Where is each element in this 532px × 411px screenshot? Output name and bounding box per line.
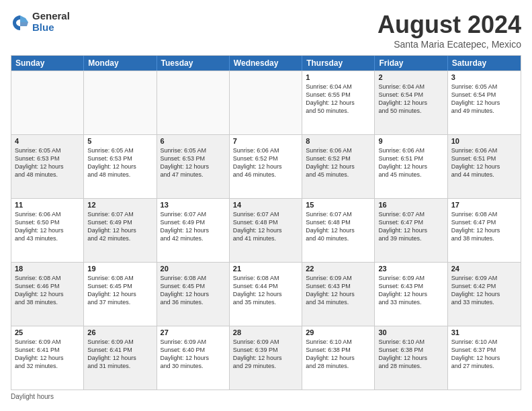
day-number: 31 <box>451 328 517 336</box>
day-info: Sunrise: 6:09 AM Sunset: 6:40 PM Dayligh… <box>161 338 226 371</box>
day-info: Sunrise: 6:10 AM Sunset: 6:37 PM Dayligh… <box>451 338 517 371</box>
day-info: Sunrise: 6:08 AM Sunset: 6:44 PM Dayligh… <box>233 274 298 307</box>
day-number: 7 <box>233 137 298 145</box>
day-info: Sunrise: 6:08 AM Sunset: 6:45 PM Dayligh… <box>87 274 152 307</box>
day-number: 15 <box>306 201 371 209</box>
cal-cell-22: 22Sunrise: 6:09 AM Sunset: 6:43 PM Dayli… <box>302 263 375 326</box>
cal-cell-15: 15Sunrise: 6:07 AM Sunset: 6:48 PM Dayli… <box>302 199 375 262</box>
cal-cell-27: 27Sunrise: 6:09 AM Sunset: 6:40 PM Dayli… <box>157 326 230 390</box>
day-number: 6 <box>161 137 226 145</box>
cal-cell-1: 1Sunrise: 6:04 AM Sunset: 6:55 PM Daylig… <box>302 71 375 134</box>
cal-cell-16: 16Sunrise: 6:07 AM Sunset: 6:47 PM Dayli… <box>375 199 447 262</box>
cal-cell-14: 14Sunrise: 6:07 AM Sunset: 6:48 PM Dayli… <box>230 199 302 262</box>
cal-cell-25: 25Sunrise: 6:09 AM Sunset: 6:41 PM Dayli… <box>11 326 84 390</box>
cal-cell-28: 28Sunrise: 6:09 AM Sunset: 6:39 PM Dayli… <box>230 326 302 390</box>
cal-cell-11: 11Sunrise: 6:06 AM Sunset: 6:50 PM Dayli… <box>11 199 84 262</box>
cal-cell-19: 19Sunrise: 6:08 AM Sunset: 6:45 PM Dayli… <box>84 263 157 326</box>
cal-cell-18: 18Sunrise: 6:08 AM Sunset: 6:46 PM Dayli… <box>11 263 84 326</box>
cal-row-1: 1Sunrise: 6:04 AM Sunset: 6:55 PM Daylig… <box>11 71 521 134</box>
day-info: Sunrise: 6:08 AM Sunset: 6:46 PM Dayligh… <box>15 274 80 307</box>
day-info: Sunrise: 6:09 AM Sunset: 6:41 PM Dayligh… <box>87 338 152 371</box>
day-number: 28 <box>233 328 298 336</box>
logo: General Blue <box>11 11 70 33</box>
day-info: Sunrise: 6:06 AM Sunset: 6:52 PM Dayligh… <box>306 146 371 179</box>
day-number: 1 <box>306 73 371 81</box>
day-number: 29 <box>306 328 371 336</box>
day-info: Sunrise: 6:07 AM Sunset: 6:48 PM Dayligh… <box>306 210 371 243</box>
day-info: Sunrise: 6:06 AM Sunset: 6:50 PM Dayligh… <box>15 210 80 243</box>
header-tuesday: Tuesday <box>157 56 230 71</box>
day-info: Sunrise: 6:07 AM Sunset: 6:48 PM Dayligh… <box>233 210 298 243</box>
cal-cell-empty-2 <box>157 71 230 134</box>
cal-cell-13: 13Sunrise: 6:07 AM Sunset: 6:49 PM Dayli… <box>157 199 230 262</box>
cal-cell-empty-0 <box>11 71 84 134</box>
footer-note: Daylight hours <box>11 393 521 400</box>
day-number: 2 <box>378 73 443 81</box>
cal-cell-7: 7Sunrise: 6:06 AM Sunset: 6:52 PM Daylig… <box>230 135 302 198</box>
day-info: Sunrise: 6:04 AM Sunset: 6:54 PM Dayligh… <box>378 83 443 116</box>
day-number: 19 <box>87 265 152 273</box>
day-number: 3 <box>451 73 517 81</box>
header-sunday: Sunday <box>11 56 84 71</box>
cal-row-5: 25Sunrise: 6:09 AM Sunset: 6:41 PM Dayli… <box>11 326 521 390</box>
cal-cell-empty-1 <box>84 71 157 134</box>
page: General Blue August 2024 Santa Maria Eca… <box>0 0 532 411</box>
day-info: Sunrise: 6:10 AM Sunset: 6:38 PM Dayligh… <box>378 338 443 371</box>
cal-cell-4: 4Sunrise: 6:05 AM Sunset: 6:53 PM Daylig… <box>11 135 84 198</box>
day-info: Sunrise: 6:10 AM Sunset: 6:38 PM Dayligh… <box>306 338 371 371</box>
cal-cell-29: 29Sunrise: 6:10 AM Sunset: 6:38 PM Dayli… <box>302 326 375 390</box>
day-number: 14 <box>233 201 298 209</box>
day-number: 20 <box>161 265 226 273</box>
logo-blue-text: Blue <box>32 22 70 34</box>
day-info: Sunrise: 6:09 AM Sunset: 6:42 PM Dayligh… <box>451 274 517 307</box>
day-info: Sunrise: 6:09 AM Sunset: 6:43 PM Dayligh… <box>306 274 371 307</box>
cal-cell-17: 17Sunrise: 6:08 AM Sunset: 6:47 PM Dayli… <box>448 199 521 262</box>
day-number: 26 <box>87 328 152 336</box>
cal-cell-6: 6Sunrise: 6:05 AM Sunset: 6:53 PM Daylig… <box>157 135 230 198</box>
day-number: 8 <box>306 137 371 145</box>
cal-cell-empty-3 <box>230 71 302 134</box>
day-info: Sunrise: 6:07 AM Sunset: 6:47 PM Dayligh… <box>378 210 443 243</box>
day-number: 16 <box>378 201 443 209</box>
day-number: 4 <box>15 137 80 145</box>
cal-cell-24: 24Sunrise: 6:09 AM Sunset: 6:42 PM Dayli… <box>448 263 521 326</box>
header-saturday: Saturday <box>448 56 521 71</box>
cal-cell-3: 3Sunrise: 6:05 AM Sunset: 6:54 PM Daylig… <box>448 71 521 134</box>
day-number: 12 <box>87 201 152 209</box>
cal-cell-21: 21Sunrise: 6:08 AM Sunset: 6:44 PM Dayli… <box>230 263 302 326</box>
day-number: 21 <box>233 265 298 273</box>
header-thursday: Thursday <box>302 56 375 71</box>
day-info: Sunrise: 6:09 AM Sunset: 6:39 PM Dayligh… <box>233 338 298 371</box>
cal-cell-5: 5Sunrise: 6:05 AM Sunset: 6:53 PM Daylig… <box>84 135 157 198</box>
day-info: Sunrise: 6:05 AM Sunset: 6:54 PM Dayligh… <box>451 83 517 116</box>
title-month: August 2024 <box>378 11 521 39</box>
cal-cell-30: 30Sunrise: 6:10 AM Sunset: 6:38 PM Dayli… <box>375 326 447 390</box>
title-block: August 2024 Santa Maria Ecatepec, Mexico <box>378 11 521 50</box>
calendar-body: 1Sunrise: 6:04 AM Sunset: 6:55 PM Daylig… <box>11 71 521 390</box>
day-number: 11 <box>15 201 80 209</box>
day-info: Sunrise: 6:08 AM Sunset: 6:47 PM Dayligh… <box>451 210 517 243</box>
day-number: 24 <box>451 265 517 273</box>
cal-cell-9: 9Sunrise: 6:06 AM Sunset: 6:51 PM Daylig… <box>375 135 447 198</box>
cal-cell-8: 8Sunrise: 6:06 AM Sunset: 6:52 PM Daylig… <box>302 135 375 198</box>
day-info: Sunrise: 6:09 AM Sunset: 6:43 PM Dayligh… <box>378 274 443 307</box>
header-wednesday: Wednesday <box>230 56 302 71</box>
day-info: Sunrise: 6:06 AM Sunset: 6:52 PM Dayligh… <box>233 146 298 179</box>
day-info: Sunrise: 6:09 AM Sunset: 6:41 PM Dayligh… <box>15 338 80 371</box>
cal-cell-20: 20Sunrise: 6:08 AM Sunset: 6:45 PM Dayli… <box>157 263 230 326</box>
cal-cell-12: 12Sunrise: 6:07 AM Sunset: 6:49 PM Dayli… <box>84 199 157 262</box>
cal-cell-10: 10Sunrise: 6:06 AM Sunset: 6:51 PM Dayli… <box>448 135 521 198</box>
cal-cell-23: 23Sunrise: 6:09 AM Sunset: 6:43 PM Dayli… <box>375 263 447 326</box>
header-friday: Friday <box>375 56 447 71</box>
cal-cell-26: 26Sunrise: 6:09 AM Sunset: 6:41 PM Dayli… <box>84 326 157 390</box>
day-info: Sunrise: 6:06 AM Sunset: 6:51 PM Dayligh… <box>451 146 517 179</box>
calendar: Sunday Monday Tuesday Wednesday Thursday… <box>11 55 521 390</box>
cal-cell-31: 31Sunrise: 6:10 AM Sunset: 6:37 PM Dayli… <box>448 326 521 390</box>
day-number: 9 <box>378 137 443 145</box>
day-number: 23 <box>378 265 443 273</box>
day-info: Sunrise: 6:05 AM Sunset: 6:53 PM Dayligh… <box>161 146 226 179</box>
day-number: 10 <box>451 137 517 145</box>
day-number: 5 <box>87 137 152 145</box>
logo-icon <box>11 13 30 32</box>
logo-general-text: General <box>32 11 70 22</box>
